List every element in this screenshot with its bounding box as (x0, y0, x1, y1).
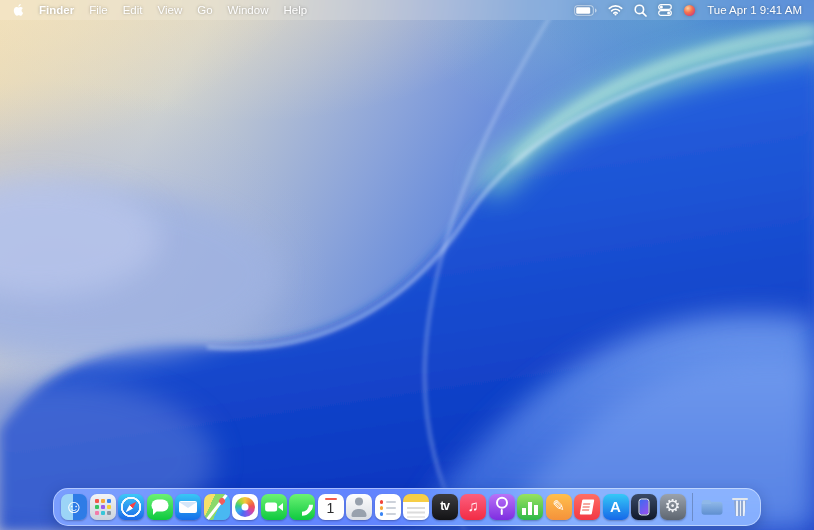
menu-bar-clock[interactable]: Tue Apr 1 9:41 AM (707, 4, 802, 16)
podcasts-icon (489, 494, 515, 520)
dock-item-facetime[interactable] (261, 494, 287, 520)
wifi-icon[interactable] (608, 4, 623, 16)
messages-icon (147, 494, 173, 520)
menu-go[interactable]: Go (197, 0, 212, 20)
dock-item-trash[interactable] (727, 494, 753, 520)
dock-item-maps[interactable] (204, 494, 230, 520)
apple-logo-icon (12, 3, 24, 17)
trash-icon (727, 494, 753, 520)
reminders-icon (375, 494, 401, 520)
dock-item-tv[interactable] (432, 494, 458, 520)
menu-bar-status: Tue Apr 1 9:41 AM (574, 4, 802, 17)
menu-view[interactable]: View (158, 0, 183, 20)
maps-icon (204, 494, 230, 520)
spotlight-icon[interactable] (634, 4, 647, 17)
dock-item-reminders[interactable] (375, 494, 401, 520)
mail-icon (175, 494, 201, 520)
dock-apps: 1 (61, 494, 686, 520)
dock-item-downloads[interactable] (699, 494, 725, 520)
dock-area: 1 (0, 488, 814, 526)
tv-icon (432, 494, 458, 520)
iphone-mirroring-icon (631, 494, 657, 520)
dock-item-finder[interactable] (61, 494, 87, 520)
dock-item-mail[interactable] (175, 494, 201, 520)
menu-bar-menus: FinderFileEditViewGoWindowHelp (12, 0, 307, 20)
dock-item-notes[interactable] (403, 494, 429, 520)
dock-item-pages[interactable] (546, 494, 572, 520)
finder-icon (61, 494, 87, 520)
app-store-icon (603, 494, 629, 520)
control-center-icon[interactable] (658, 4, 672, 16)
battery-icon[interactable] (574, 5, 597, 16)
dock-item-news[interactable] (574, 494, 600, 520)
menu-help[interactable]: Help (283, 0, 307, 20)
news-icon (574, 494, 600, 520)
menu-edit[interactable]: Edit (123, 0, 143, 20)
dock-item-music[interactable] (460, 494, 486, 520)
apple-menu-button[interactable] (12, 3, 24, 17)
dock-separator (692, 493, 693, 521)
calendar-day: 1 (318, 501, 344, 515)
dock-item-iphone-mirroring[interactable] (631, 494, 657, 520)
contacts-icon (346, 494, 372, 520)
wallpaper-waves (0, 0, 814, 530)
siri-icon[interactable] (683, 4, 696, 17)
numbers-icon (517, 494, 543, 520)
dock-item-app-store[interactable] (603, 494, 629, 520)
desktop-wallpaper (0, 0, 814, 530)
system-settings-icon (660, 494, 686, 520)
dock-folders (699, 494, 754, 520)
dock-item-calendar[interactable]: 1 (318, 494, 344, 520)
pages-icon (546, 494, 572, 520)
dock-item-photos[interactable] (232, 494, 258, 520)
dock-item-phone[interactable] (289, 494, 315, 520)
notes-icon (403, 494, 429, 520)
dock-item-safari[interactable] (118, 494, 144, 520)
safari-icon (118, 494, 144, 520)
music-icon (460, 494, 486, 520)
photos-icon (232, 494, 258, 520)
dock-item-system-settings[interactable] (660, 494, 686, 520)
downloads-icon (699, 494, 725, 520)
menu-file[interactable]: File (89, 0, 108, 20)
menu-finder[interactable]: Finder (39, 0, 74, 20)
dock-item-podcasts[interactable] (489, 494, 515, 520)
dock-item-contacts[interactable] (346, 494, 372, 520)
dock-item-launchpad[interactable] (90, 494, 116, 520)
dock-item-messages[interactable] (147, 494, 173, 520)
facetime-icon (261, 494, 287, 520)
dock-item-numbers[interactable] (517, 494, 543, 520)
launchpad-icon (90, 494, 116, 520)
menu-bar: FinderFileEditViewGoWindowHelp (0, 0, 814, 20)
phone-icon (289, 494, 315, 520)
menu-list: FinderFileEditViewGoWindowHelp (39, 0, 307, 20)
menu-window[interactable]: Window (228, 0, 269, 20)
dock: 1 (53, 488, 761, 526)
